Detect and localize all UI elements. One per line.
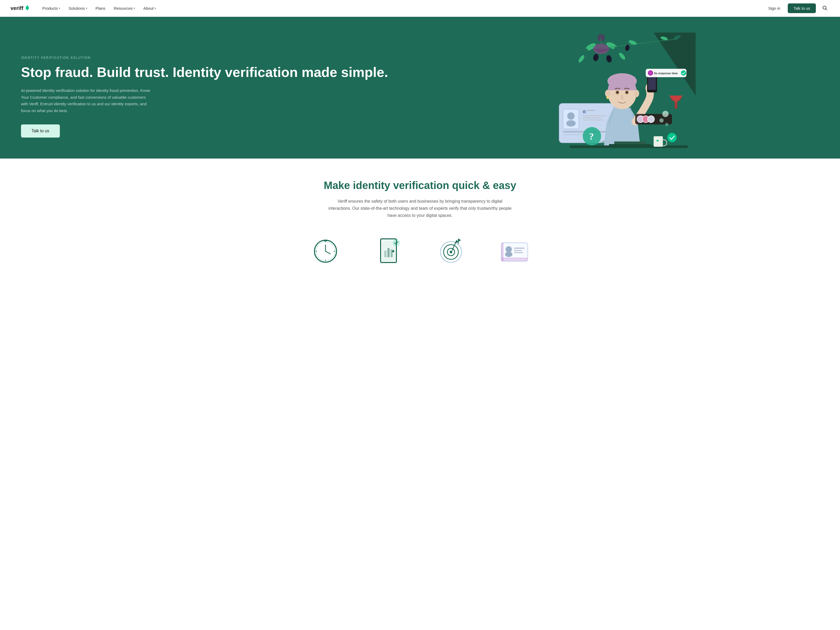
search-icon[interactable] [820, 3, 829, 14]
svg-rect-100 [501, 243, 504, 261]
hero-svg: ID ? [420, 33, 819, 159]
section2: Make identity verification quick & easy … [0, 159, 840, 286]
chevron-down-icon: ▾ [86, 7, 87, 10]
svg-rect-50 [654, 136, 663, 147]
hero-cta-button[interactable]: Talk to us [21, 125, 60, 137]
svg-point-59 [647, 116, 654, 123]
nav-solutions-label: Solutions [68, 6, 85, 11]
svg-text:?: ? [589, 131, 594, 142]
svg-rect-49 [609, 144, 651, 146]
chevron-down-icon: ▾ [59, 7, 60, 10]
feature-item-clock [299, 235, 352, 271]
nav-item-solutions[interactable]: Solutions ▾ [65, 4, 90, 13]
svg-point-92 [505, 246, 512, 253]
hero-headline: Stop fraud. Build trust. Identity verifi… [21, 65, 420, 80]
svg-point-63 [662, 111, 669, 117]
svg-marker-2 [654, 33, 696, 96]
chevron-down-icon: ▾ [155, 7, 156, 10]
feature-item-door [362, 235, 415, 271]
svg-point-15 [593, 53, 599, 62]
svg-rect-81 [391, 249, 393, 257]
feature-item-idcard [488, 235, 541, 271]
svg-point-85 [450, 251, 452, 253]
nav-products-label: Products [42, 6, 58, 11]
svg-rect-24 [587, 110, 595, 111]
nav-item-about[interactable]: About ▾ [140, 4, 159, 13]
svg-rect-95 [514, 250, 522, 251]
svg-point-54 [681, 70, 686, 76]
nav-about-label: About [143, 6, 153, 11]
svg-rect-94 [514, 248, 524, 249]
navbar-left: veriff Products ▾ Solutions ▾ Plans Res [11, 4, 159, 13]
svg-line-69 [325, 251, 330, 254]
talk-to-us-button[interactable]: Talk to us [788, 3, 816, 13]
svg-marker-89 [458, 238, 461, 242]
svg-point-21 [567, 112, 575, 120]
chevron-down-icon: ▾ [134, 7, 135, 10]
svg-line-1 [826, 9, 827, 10]
svg-point-22 [566, 120, 576, 126]
svg-point-53 [649, 71, 652, 75]
svg-point-42 [625, 91, 628, 94]
svg-rect-97 [501, 258, 527, 261]
nav-links: Products ▾ Solutions ▾ Plans Resources ▾… [39, 4, 159, 13]
svg-point-60 [667, 133, 677, 142]
feature-item-target [425, 235, 478, 271]
svg-rect-80 [387, 248, 390, 257]
nav-item-plans[interactable]: Plans [92, 4, 109, 13]
svg-point-65 [665, 123, 668, 126]
logo-leaf-icon [25, 5, 30, 12]
section2-body: Veriff ensures the safety of both users … [328, 198, 512, 219]
signin-button[interactable]: Sign in [765, 4, 783, 13]
svg-rect-28 [583, 120, 604, 120]
svg-rect-96 [514, 252, 523, 253]
logo-text: veriff [11, 5, 24, 11]
svg-rect-27 [583, 117, 601, 118]
section2-title: Make identity verification quick & easy [11, 180, 829, 191]
features-grid [11, 235, 829, 271]
nav-item-products[interactable]: Products ▾ [39, 4, 63, 13]
hero-eyebrow: IDENTITY VERIFICATION SOLUTION [21, 56, 420, 60]
svg-rect-47 [570, 145, 688, 148]
target-icon [436, 235, 467, 267]
svg-point-93 [505, 252, 512, 257]
svg-rect-26 [583, 115, 606, 116]
svg-point-36 [605, 90, 610, 97]
svg-text:6s response time: 6s response time [654, 72, 678, 75]
nav-plans-label: Plans [96, 6, 106, 11]
svg-point-64 [659, 118, 663, 123]
navbar: veriff Products ▾ Solutions ▾ Plans Res [0, 0, 840, 17]
hero-section: IDENTITY VERIFICATION SOLUTION Stop frau… [0, 17, 840, 159]
hero-content: IDENTITY VERIFICATION SOLUTION Stop frau… [21, 56, 420, 159]
svg-text:ID: ID [583, 110, 586, 114]
clock-icon [310, 235, 341, 267]
idcard-icon [499, 235, 530, 267]
hero-body: AI-powered identity verification solutio… [21, 87, 152, 114]
door-icon [373, 235, 404, 267]
svg-rect-46 [648, 76, 656, 90]
nav-resources-label: Resources [114, 6, 133, 11]
svg-point-38 [606, 96, 609, 99]
svg-rect-79 [384, 251, 387, 257]
svg-point-37 [634, 90, 639, 97]
svg-point-78 [393, 239, 400, 246]
nav-item-resources[interactable]: Resources ▾ [111, 4, 138, 13]
navbar-right: Sign in Talk to us [765, 3, 829, 14]
svg-point-41 [616, 91, 619, 94]
svg-point-16 [606, 55, 613, 63]
hero-illustration: ID ? [420, 33, 819, 159]
logo[interactable]: veriff [11, 5, 30, 12]
